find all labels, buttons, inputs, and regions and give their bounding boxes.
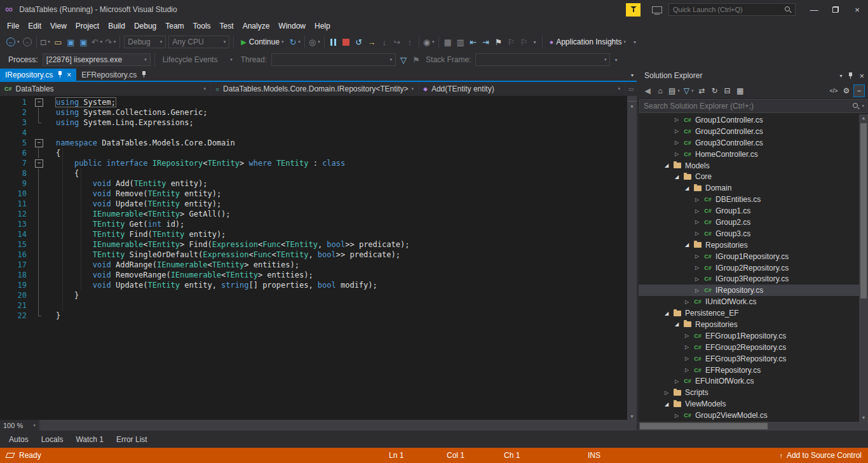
tree-item-repositories[interactable]: ◢Repositories: [639, 239, 859, 251]
tree-item-repositories[interactable]: ◢Repositories: [639, 319, 859, 330]
save-all-button[interactable]: ▣: [78, 35, 90, 49]
tree-collapsed-arrow-icon[interactable]: ▷: [692, 288, 702, 293]
tree-collapsed-arrow-icon[interactable]: ▷: [692, 197, 702, 203]
tree-collapsed-arrow-icon[interactable]: ▷: [692, 276, 702, 282]
filter-frames-button[interactable]: ▽: [397, 53, 410, 67]
menu-project[interactable]: Project: [71, 20, 104, 32]
tree-collapsed-arrow-icon[interactable]: ▷: [672, 151, 682, 157]
restart-button[interactable]: ↺: [353, 35, 365, 49]
tree-item-dbentities-cs[interactable]: ▷C#DBEntities.cs: [639, 194, 859, 205]
open-file-button[interactable]: ▭: [52, 35, 65, 49]
solution-search-input[interactable]: Search Solution Explorer (Ctrl+;) ▾: [639, 99, 867, 113]
show-next-statement-button[interactable]: →: [365, 35, 378, 49]
break-all-button[interactable]: [327, 35, 340, 49]
increase-indent-button[interactable]: ⇥: [480, 35, 492, 49]
stop-debugging-button[interactable]: [340, 35, 353, 49]
type-dropdown[interactable]: ○ DataTables.Models.Core.Domain.IReposit…: [211, 82, 419, 96]
tree-item-efgroup3repository-cs[interactable]: ▷C#EFGroup3Repository.cs: [639, 353, 859, 365]
pin-icon[interactable]: [57, 71, 63, 78]
code-line-15[interactable]: 15 IEnumerable<TEntity> Find(Expression<…: [0, 239, 627, 250]
tree-collapsed-arrow-icon[interactable]: ▷: [682, 344, 692, 350]
code-line-14[interactable]: 14 TEntity Find(TEntity entity);: [0, 229, 627, 239]
code-line-20[interactable]: 20 }: [0, 290, 627, 300]
properties-icon[interactable]: ⚙: [841, 84, 852, 97]
code-line-4[interactable]: 4: [0, 128, 627, 138]
tree-item-iunitofwork-cs[interactable]: ▷C#IUnitOfWork.cs: [639, 296, 859, 307]
scroll-down-icon[interactable]: ▼: [859, 414, 868, 422]
tree-item-efunitofwork-cs[interactable]: ▷C#EFUnitOfWork.cs: [639, 375, 859, 387]
show-all-files-icon[interactable]: ▦: [735, 84, 746, 97]
tree-collapsed-arrow-icon[interactable]: ▷: [692, 253, 702, 259]
code-line-9[interactable]: 9 void Add(TEntity entity);: [0, 178, 627, 189]
panel-tab-locals[interactable]: Locals: [36, 433, 69, 446]
menu-help[interactable]: Help: [310, 20, 335, 32]
tree-collapsed-arrow-icon[interactable]: ▷: [692, 219, 702, 225]
save-button[interactable]: ▣: [65, 35, 78, 49]
code-line-17[interactable]: 17 void AddRange(IEnumerable<TEntity> en…: [0, 260, 627, 270]
tab-efrepository-cs[interactable]: EFRepository.cs: [76, 69, 152, 81]
zoom-control[interactable]: 100 % ▾: [0, 420, 39, 431]
code-line-5[interactable]: 5namespace DataTables.Models.Core.Domain: [0, 138, 627, 148]
tree-collapsed-arrow-icon[interactable]: ▷: [672, 128, 682, 134]
panel-tab-autos[interactable]: Autos: [4, 433, 34, 446]
toolbar-overflow-button[interactable]: ▾: [611, 53, 620, 67]
tree-collapsed-arrow-icon[interactable]: ▷: [672, 413, 682, 419]
member-dropdown[interactable]: ◆ Add(TEntity entity) ▾: [419, 82, 625, 96]
add-to-source-control-button[interactable]: ↑ Add to Source Control: [779, 451, 862, 460]
code-line-2[interactable]: 2using System.Collections.Generic;: [0, 107, 627, 117]
pin-icon[interactable]: [141, 71, 147, 78]
tree-item-efrepository-cs[interactable]: ▷C#EFRepository.cs: [639, 365, 859, 376]
diagnostic-tools-button[interactable]: ◉▾: [422, 35, 436, 49]
split-editor-button[interactable]: ▭: [625, 82, 637, 96]
project-dropdown[interactable]: C# DataTables ▾: [0, 82, 211, 96]
tree-item-group3-cs[interactable]: ▷C#Group3.cs: [639, 228, 859, 239]
toolbar-overflow-button[interactable]: ▾: [531, 35, 539, 49]
split-grip-icon[interactable]: [627, 96, 637, 102]
tree-expanded-arrow-icon[interactable]: ◢: [661, 311, 672, 316]
outline-margin[interactable]: [32, 158, 46, 168]
tree-item-efgroup1repository-cs[interactable]: ▷C#EFGroup1Repository.cs: [639, 330, 859, 342]
toolbar-overflow-button[interactable]: ▾: [630, 35, 639, 49]
tree-item-models[interactable]: ◢Models: [639, 160, 859, 171]
tree-collapsed-arrow-icon[interactable]: ▷: [692, 231, 702, 236]
scroll-up-icon[interactable]: ▲: [859, 114, 868, 122]
browser-link-button[interactable]: ◎▾: [308, 35, 322, 49]
tree-item-homecontroller-cs[interactable]: ▷C#HomeController.cs: [639, 149, 859, 160]
tree-expanded-arrow-icon[interactable]: ◢: [672, 174, 682, 180]
toggle-bookmark-button[interactable]: ⚑: [492, 35, 505, 49]
menu-file[interactable]: File: [3, 20, 24, 32]
scrollbar-thumb[interactable]: [640, 423, 768, 429]
tab-irepository-cs[interactable]: IRepository.cs×: [0, 69, 76, 81]
menu-view[interactable]: View: [46, 20, 71, 32]
continue-button[interactable]: ▶Continue▾: [237, 35, 287, 49]
monitor-icon[interactable]: [652, 6, 662, 13]
menu-team[interactable]: Team: [161, 20, 188, 32]
tree-collapsed-arrow-icon[interactable]: ▷: [692, 265, 702, 271]
code-line-10[interactable]: 10 void Remove(TEntity entity);: [0, 189, 627, 199]
menu-window[interactable]: Window: [274, 20, 310, 32]
tree-item-igroup3repository-cs[interactable]: ▷C#IGroup3Repository.cs: [639, 273, 859, 285]
tree-item-irepository-cs[interactable]: ▷C#IRepository.cs: [639, 285, 859, 296]
tree-item-viewmodels[interactable]: ◢ViewModels: [639, 398, 859, 410]
navigate-back-icon[interactable]: ◀: [642, 84, 653, 97]
window-position-icon[interactable]: ▾: [839, 73, 842, 79]
tree-item-group1-cs[interactable]: ▷C#Group1.cs: [639, 205, 859, 217]
tree-collapsed-arrow-icon[interactable]: ▷: [692, 208, 702, 214]
document-list-button[interactable]: ▾: [631, 72, 634, 78]
tree-collapsed-arrow-icon[interactable]: ▷: [672, 140, 682, 145]
scroll-down-icon[interactable]: ▼: [627, 412, 637, 420]
tree-item-group2viewmodel-cs[interactable]: ▷C#Group2ViewModel.cs: [639, 410, 859, 421]
panel-tab-error-list[interactable]: Error List: [111, 433, 153, 446]
tree-item-group2-cs[interactable]: ▷C#Group2.cs: [639, 217, 859, 228]
tree-collapsed-arrow-icon[interactable]: ▷: [672, 379, 682, 384]
tree-expanded-arrow-icon[interactable]: ◢: [682, 242, 692, 248]
navigate-back-doc-button[interactable]: ▦: [442, 35, 454, 49]
filter-icon[interactable]: ▽▾: [682, 84, 695, 97]
menu-build[interactable]: Build: [104, 20, 130, 32]
tree-expanded-arrow-icon[interactable]: ◢: [661, 163, 672, 168]
pin-icon[interactable]: [848, 72, 853, 79]
tree-expanded-arrow-icon[interactable]: ◢: [682, 185, 692, 191]
tree-expanded-arrow-icon[interactable]: ◢: [661, 401, 672, 407]
tree-item-core[interactable]: ◢Core: [639, 171, 859, 182]
tree-item-efgroup2repository-cs[interactable]: ▷C#EFGroup2Repository.cs: [639, 342, 859, 353]
